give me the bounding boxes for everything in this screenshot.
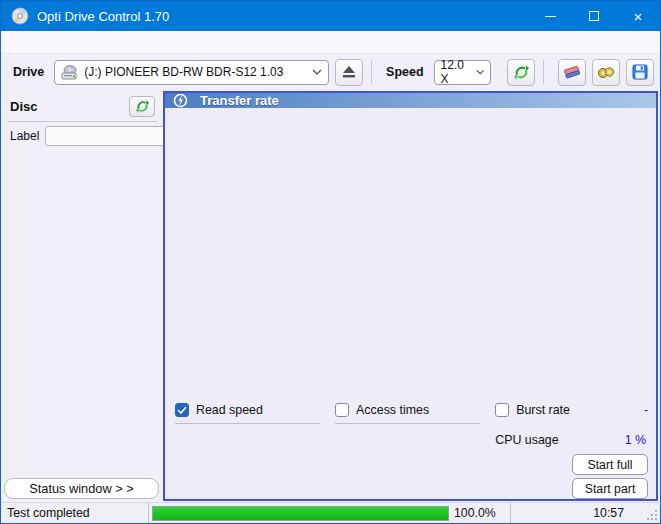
stats-panel: Read speed Access times Bu — [165, 394, 656, 500]
toolbar-separator — [371, 60, 372, 84]
status-window-button[interactable]: Status window > > — [4, 478, 159, 499]
toolbar: Drive (J:) PIONEER BD-RW BDR-S12 1.03 Sp… — [1, 54, 660, 90]
drive-label: Drive — [13, 65, 44, 79]
clock-text: 10:57 — [593, 506, 624, 520]
content-area: Disc Label — [1, 90, 660, 502]
refresh-icon — [513, 64, 530, 81]
cpu-usage-label: CPU usage — [495, 433, 558, 447]
access-times-checkbox[interactable] — [335, 403, 349, 417]
cpu-usage-value: 1 % — [625, 433, 646, 447]
save-button[interactable] — [626, 59, 654, 86]
close-icon: × — [634, 9, 643, 24]
app-window: Opti Drive Control 1.70 × Drive (J:) PIO… — [0, 0, 661, 524]
disc-refresh-button[interactable] — [129, 96, 155, 117]
drive-select[interactable]: (J:) PIONEER BD-RW BDR-S12 1.03 — [54, 60, 329, 85]
disc-label-caption: Label — [10, 129, 39, 143]
binoculars-icon — [597, 65, 615, 80]
sidebar-spacer — [2, 155, 161, 478]
progress-bar — [152, 506, 449, 521]
chart-title: Transfer rate — [200, 93, 279, 108]
status-window-button-label: Status window > > — [29, 481, 134, 496]
refresh-button[interactable] — [507, 59, 535, 86]
progress-percent: 100.0% — [454, 506, 496, 520]
disc-panel: Disc Label — [2, 92, 161, 152]
access-times-column: Access times — [335, 401, 480, 500]
drive-select-value: (J:) PIONEER BD-RW BDR-S12 1.03 — [84, 65, 283, 79]
speed-label: Speed — [386, 65, 424, 79]
title-bar: Opti Drive Control 1.70 × — [1, 1, 660, 31]
chart-header: Transfer rate — [165, 93, 656, 108]
sidebar: Disc Label — [1, 90, 162, 502]
speed-select-value: 12.0 X — [441, 58, 470, 86]
menu-bar — [1, 31, 660, 54]
drive-icon — [61, 65, 78, 80]
access-times-checkbox-label: Access times — [356, 403, 429, 417]
burst-rate-column: Burst rate - CPU usage 1 % Start full St… — [495, 401, 648, 500]
maximize-button[interactable] — [572, 1, 616, 31]
chevron-down-icon — [476, 69, 484, 75]
minimize-icon — [545, 16, 556, 17]
disc-panel-title: Disc — [10, 99, 37, 114]
app-disc-icon — [11, 7, 29, 25]
erase-button[interactable] — [558, 59, 586, 86]
eject-icon — [342, 66, 356, 78]
burst-rate-checkbox[interactable] — [495, 403, 509, 417]
read-speed-checkbox-label: Read speed — [196, 403, 263, 417]
resize-grip[interactable] — [647, 510, 657, 520]
progress-fill — [153, 507, 448, 520]
transfer-rate-icon — [173, 93, 188, 108]
transfer-rate-chart — [165, 119, 653, 391]
start-part-label: Start part — [585, 482, 636, 496]
save-icon — [632, 64, 648, 80]
read-speed-checkbox[interactable] — [175, 403, 189, 417]
start-part-button[interactable]: Start part — [572, 478, 648, 499]
burst-rate-checkbox-label: Burst rate — [516, 403, 570, 417]
start-full-button[interactable]: Start full — [572, 454, 648, 475]
status-bar: Test completed 100.0% 10:57 — [1, 502, 660, 523]
burst-rate-value: - — [644, 403, 648, 417]
start-full-label: Start full — [587, 458, 632, 472]
check-icon — [177, 406, 187, 414]
chart-legend — [165, 108, 656, 119]
inspect-button[interactable] — [592, 59, 620, 86]
eraser-icon — [563, 65, 581, 79]
speed-select[interactable]: 12.0 X — [434, 60, 492, 85]
refresh-icon — [135, 99, 150, 114]
read-speed-column: Read speed — [175, 401, 320, 500]
eject-button[interactable] — [335, 59, 363, 86]
minimize-button[interactable] — [528, 1, 572, 31]
chart-area — [165, 119, 656, 394]
status-text: Test completed — [7, 506, 90, 520]
toolbar-separator — [543, 60, 544, 84]
close-button[interactable]: × — [616, 1, 660, 31]
window-title: Opti Drive Control 1.70 — [37, 9, 528, 24]
maximize-icon — [589, 11, 599, 21]
main-panel: Transfer rate Read speed — [163, 91, 658, 501]
chevron-down-icon — [312, 69, 322, 75]
